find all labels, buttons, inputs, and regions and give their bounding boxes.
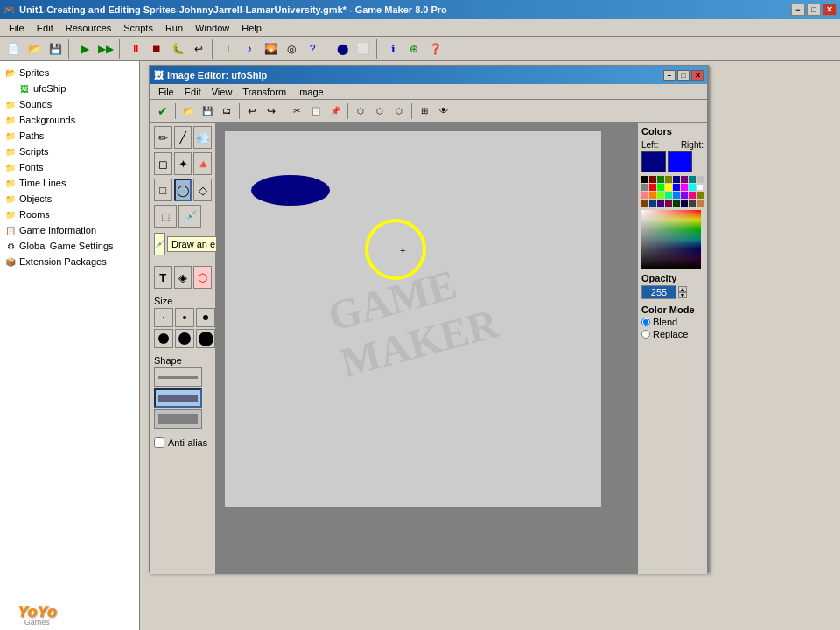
select-tool[interactable]: ✦: [174, 152, 192, 175]
toolbar-sprite[interactable]: T: [219, 39, 238, 59]
rect-tool[interactable]: □: [154, 178, 172, 201]
ie-undo-button[interactable]: ↩: [243, 102, 261, 120]
palette-cell[interactable]: [649, 176, 656, 183]
palette-cell[interactable]: [649, 184, 656, 191]
palette-cell[interactable]: [673, 192, 680, 199]
ie-save-button[interactable]: 💾: [199, 102, 216, 120]
ie-confirm-button[interactable]: ✔: [154, 102, 172, 120]
opacity-input[interactable]: [641, 285, 676, 299]
color-pick-tool[interactable]: 💉: [178, 205, 201, 228]
replace-radio[interactable]: [641, 330, 650, 339]
sidebar-item-paths[interactable]: 📁 Paths: [0, 128, 139, 144]
diamond-tool[interactable]: ◇: [193, 178, 212, 201]
palette-cell[interactable]: [673, 200, 680, 206]
palette-cell[interactable]: [689, 184, 696, 191]
menu-edit[interactable]: Edit: [32, 21, 59, 35]
palette-cell[interactable]: [665, 192, 672, 199]
toolbar-rect2[interactable]: ⬜: [354, 39, 373, 59]
toolbar-circle[interactable]: ⬤: [332, 39, 352, 59]
maximize-button[interactable]: □: [807, 4, 821, 16]
ie-cut-button[interactable]: ✂: [288, 102, 305, 120]
sidebar-item-sounds[interactable]: 📁 Sounds: [0, 96, 139, 112]
ie-copy-button[interactable]: 📋: [307, 102, 325, 120]
palette-cell[interactable]: [681, 200, 688, 206]
shape-medium-button[interactable]: [154, 388, 202, 408]
toolbar-debug[interactable]: 🐛: [168, 39, 187, 59]
text-tool[interactable]: T: [154, 266, 172, 289]
drawing-canvas[interactable]: GAMEMAKER +: [225, 131, 601, 508]
ie-select-path-button[interactable]: ⬡: [352, 102, 369, 120]
toolbar-run2[interactable]: ▶▶: [96, 39, 116, 59]
sidebar-item-game-info[interactable]: 📋 Game Information: [0, 222, 139, 238]
toolbar-open[interactable]: 📂: [24, 39, 44, 59]
size-xl-button[interactable]: [175, 329, 194, 348]
palette-cell[interactable]: [696, 184, 704, 191]
palette-cell[interactable]: [696, 200, 704, 206]
toolbar-step[interactable]: ↩: [189, 39, 208, 59]
toolbar-new[interactable]: 📄: [4, 39, 23, 59]
palette-cell[interactable]: [689, 192, 696, 199]
opacity-up-button[interactable]: ▲: [678, 286, 687, 292]
sidebar-item-rooms[interactable]: 📁 Rooms: [0, 206, 139, 222]
sidebar-item-timelines[interactable]: 📁 Time Lines: [0, 175, 139, 191]
palette-cell[interactable]: [696, 192, 704, 199]
toolbar-help[interactable]: ?: [303, 39, 322, 59]
ie-menu-edit[interactable]: Edit: [180, 86, 206, 98]
toolbar-stop[interactable]: ⏹: [147, 39, 166, 59]
ie-maximize-button[interactable]: □: [677, 70, 690, 80]
ie-redo-button[interactable]: ↪: [262, 102, 280, 120]
palette-cell[interactable]: [696, 176, 704, 183]
size-md-button[interactable]: [196, 308, 215, 327]
right-color-swatch[interactable]: [668, 151, 692, 172]
ie-eraser-path-button[interactable]: ⬡: [371, 102, 388, 120]
eraser-tool[interactable]: ◻: [154, 152, 172, 175]
close-button[interactable]: ✕: [822, 4, 836, 16]
size-lg-button[interactable]: [154, 329, 173, 348]
ellipse-tool[interactable]: ◯: [174, 178, 192, 201]
ie-menu-image[interactable]: Image: [292, 86, 328, 98]
antialias-checkbox[interactable]: [154, 438, 164, 448]
sidebar-item-global-settings[interactable]: ⚙ Global Game Settings: [0, 238, 139, 254]
menu-scripts[interactable]: Scripts: [118, 21, 158, 35]
toolbar-add[interactable]: ⊕: [404, 39, 424, 59]
palette-cell[interactable]: [665, 176, 672, 183]
sidebar-item-objects[interactable]: 📁 Objects: [0, 191, 139, 206]
menu-help[interactable]: Help: [236, 21, 267, 35]
erase-color-tool[interactable]: ⬡: [193, 266, 212, 289]
palette-cell[interactable]: [657, 176, 664, 183]
toolbar-pause[interactable]: ⏸: [126, 39, 145, 59]
ie-save-strip-button[interactable]: 🗂: [218, 102, 235, 120]
sidebar-item-fonts[interactable]: 📁 Fonts: [0, 159, 139, 175]
palette-cell[interactable]: [649, 192, 656, 199]
toolbar-save[interactable]: 💾: [46, 39, 65, 59]
menu-window[interactable]: Window: [190, 21, 234, 35]
airbrush-tool[interactable]: 💨: [193, 126, 212, 149]
shape-thin-button[interactable]: [154, 368, 202, 387]
ie-menu-transform[interactable]: Transform: [238, 86, 290, 98]
canvas-area[interactable]: GAMEMAKER +: [216, 122, 637, 574]
palette-cell[interactable]: [673, 176, 680, 183]
toolbar-path[interactable]: ◎: [282, 39, 301, 59]
left-color-swatch[interactable]: [641, 151, 666, 172]
palette-cell[interactable]: [665, 184, 672, 191]
sidebar-item-backgrounds[interactable]: 📁 Backgrounds: [0, 112, 139, 128]
palette-cell[interactable]: [665, 200, 672, 206]
palette-cell[interactable]: [641, 192, 648, 199]
canvas-cursor[interactable]: +: [400, 245, 412, 257]
palette-cell[interactable]: [649, 200, 656, 206]
toolbar-info[interactable]: ℹ: [383, 39, 402, 59]
palette-cell[interactable]: [641, 184, 648, 191]
ie-preview-button[interactable]: 👁: [435, 102, 452, 120]
palette-cell[interactable]: [641, 176, 648, 183]
stamp-tool[interactable]: ◈: [174, 266, 192, 289]
menu-file[interactable]: File: [4, 21, 30, 35]
palette-cell[interactable]: [641, 200, 648, 206]
toolbar-sound[interactable]: ♪: [240, 39, 259, 59]
sidebar-item-scripts[interactable]: 📁 Scripts: [0, 144, 139, 159]
ie-grid-button[interactable]: ⊞: [416, 102, 433, 120]
palette-cell[interactable]: [689, 176, 696, 183]
palette-cell[interactable]: [689, 200, 696, 206]
blend-radio[interactable]: [641, 318, 650, 326]
pencil-tool[interactable]: ✏: [154, 126, 172, 149]
palette-cell[interactable]: [657, 184, 664, 191]
